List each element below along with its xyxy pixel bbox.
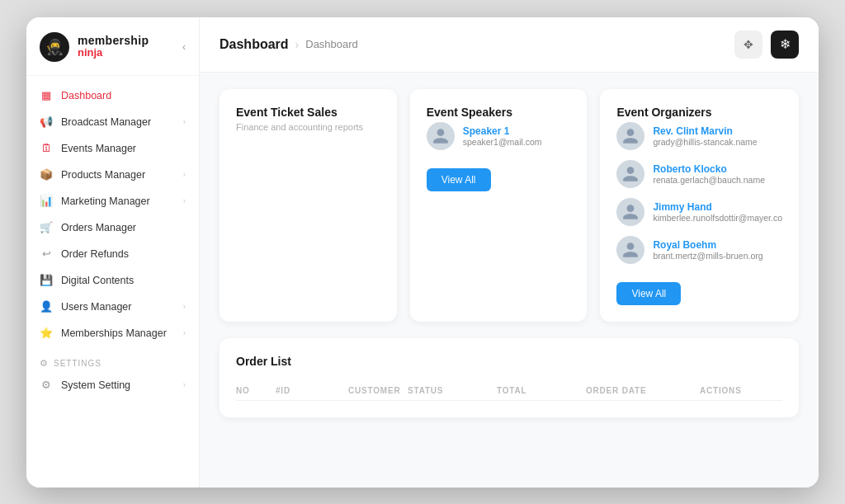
snowflake-icon-button[interactable]: ❄ xyxy=(771,31,799,59)
sidebar-item-orders[interactable]: 🛒 Orders Manager xyxy=(26,214,199,241)
organizer-name[interactable]: Rev. Clint Marvin xyxy=(653,125,757,137)
sidebar-item-dashboard[interactable]: ▦ Dashboard xyxy=(26,82,199,109)
orders-icon: 🛒 xyxy=(40,221,53,234)
organizer-email: grady@hillis-stancak.name xyxy=(653,137,757,147)
users-arrow-icon: › xyxy=(183,302,186,311)
system-arrow-icon: › xyxy=(183,380,186,389)
nav-items-container: ▦ Dashboard 📢 Broadcast Manager › 🗓 Even… xyxy=(26,82,199,346)
events-icon: 🗓 xyxy=(40,142,53,155)
marketing-arrow-icon: › xyxy=(183,196,186,205)
topbar: Dashboard › Dashboard ✥ ❄ xyxy=(200,17,819,73)
dashboard-icon: ▦ xyxy=(40,89,53,102)
products-icon: 📦 xyxy=(40,168,53,181)
products-arrow-icon: › xyxy=(183,170,186,179)
organizer-info: Royal Boehm brant.mertz@mills-bruen.org xyxy=(653,239,762,261)
organizer-info: Jimmy Hand kimberlee.runolfsdottir@mayer… xyxy=(653,201,782,223)
broadcast-icon: 📢 xyxy=(40,115,53,129)
breadcrumb-separator: › xyxy=(295,38,300,51)
speakers-title: Event Speakers xyxy=(427,106,571,119)
ticket-sales-subtitle: Finance and accounting reports xyxy=(236,122,380,132)
organizer-info: Roberto Klocko renata.gerlach@bauch.name xyxy=(653,163,765,185)
organizer-item: Roberto Klocko renata.gerlach@bauch.name xyxy=(616,160,782,188)
sidebar: 🥷 membership ninja ‹ ▦ Dashboard 📢 Broad… xyxy=(26,17,200,488)
topbar-actions: ✥ ❄ xyxy=(734,31,799,59)
move-icon-button[interactable]: ✥ xyxy=(734,31,762,59)
sidebar-label-products: Products Manager xyxy=(61,169,145,181)
sidebar-item-products[interactable]: 📦 Products Manager › xyxy=(26,162,199,188)
sidebar-label-refunds: Order Refunds xyxy=(61,248,129,260)
speakers-list: Speaker 1 speaker1@mail.com xyxy=(427,122,571,150)
order-list-title: Order List xyxy=(236,355,782,368)
organizer-avatar xyxy=(616,122,644,150)
sidebar-item-refunds[interactable]: ↩ Order Refunds xyxy=(26,241,199,267)
organizer-avatar xyxy=(616,198,644,226)
sidebar-logo: 🥷 membership ninja ‹ xyxy=(26,17,199,76)
order-column-customer: CUSTOMER xyxy=(348,386,401,395)
app-window: 🥷 membership ninja ‹ ▦ Dashboard 📢 Broad… xyxy=(26,17,819,488)
order-table-header: NO#IDCUSTOMERSTATUSTOTALORDER DATEACTION… xyxy=(236,381,782,401)
order-column-no: NO xyxy=(236,386,269,395)
organizer-name[interactable]: Jimmy Hand xyxy=(653,201,782,213)
settings-section-label: SETTINGS xyxy=(26,346,199,372)
sidebar-label-system: System Setting xyxy=(61,379,130,391)
organizer-avatar xyxy=(616,236,644,264)
system-icon: ⚙ xyxy=(40,379,53,392)
sidebar-label-users: Users Manager xyxy=(61,301,131,313)
speaker-info: Speaker 1 speaker1@mail.com xyxy=(463,125,542,147)
order-section: Order List NO#IDCUSTOMERSTATUSTOTALORDER… xyxy=(220,338,799,417)
organizer-item: Rev. Clint Marvin grady@hillis-stancak.n… xyxy=(616,122,782,150)
organizer-email: renata.gerlach@bauch.name xyxy=(653,175,765,185)
digital-icon: 💾 xyxy=(40,274,53,287)
order-column-status: STATUS xyxy=(408,386,490,395)
speaker-name[interactable]: Speaker 1 xyxy=(463,125,542,137)
organizer-item: Jimmy Hand kimberlee.runolfsdottir@mayer… xyxy=(616,198,782,226)
ticket-sales-card: Event Ticket Sales Finance and accountin… xyxy=(220,89,397,322)
sidebar-item-broadcast[interactable]: 📢 Broadcast Manager › xyxy=(26,109,199,135)
sidebar-collapse-icon[interactable]: ‹ xyxy=(182,41,186,53)
broadcast-arrow-icon: › xyxy=(183,117,186,126)
page-title: Dashboard xyxy=(220,37,289,52)
settings-items-container: ⚙ System Setting › xyxy=(26,372,199,398)
organizer-info: Rev. Clint Marvin grady@hillis-stancak.n… xyxy=(653,125,757,147)
sidebar-item-users[interactable]: 👤 Users Manager › xyxy=(26,294,199,320)
sidebar-label-marketing: Marketing Manager xyxy=(61,195,150,207)
speaker-email: speaker1@mail.com xyxy=(463,137,542,147)
sidebar-label-dashboard: Dashboard xyxy=(61,90,111,101)
organizer-email: brant.mertz@mills-bruen.org xyxy=(653,251,762,261)
organizer-name[interactable]: Roberto Klocko xyxy=(653,163,765,175)
organizer-name[interactable]: Royal Boehm xyxy=(653,239,762,251)
organizer-item: Royal Boehm brant.mertz@mills-bruen.org xyxy=(616,236,782,264)
speaker-avatar xyxy=(427,122,455,150)
sidebar-label-orders: Orders Manager xyxy=(61,222,136,233)
sidebar-label-events: Events Manager xyxy=(61,143,136,154)
breadcrumb-sub: Dashboard xyxy=(305,38,358,50)
sidebar-label-broadcast: Broadcast Manager xyxy=(61,116,151,128)
logo-top: membership xyxy=(78,35,149,47)
sidebar-item-marketing[interactable]: 📊 Marketing Manager › xyxy=(26,188,199,214)
sidebar-item-digital[interactable]: 💾 Digital Contents xyxy=(26,267,199,294)
organizers-list: Rev. Clint Marvin grady@hillis-stancak.n… xyxy=(616,122,782,264)
sidebar-item-system[interactable]: ⚙ System Setting › xyxy=(26,372,199,398)
marketing-icon: 📊 xyxy=(40,195,53,208)
speaker-item: Speaker 1 speaker1@mail.com xyxy=(427,122,571,150)
logo-icon: 🥷 xyxy=(40,32,69,62)
sidebar-item-events[interactable]: 🗓 Events Manager xyxy=(26,135,199,162)
speakers-card: Event Speakers Speaker 1 speaker1@mail.c… xyxy=(410,89,588,322)
memberships-arrow-icon: › xyxy=(183,328,186,337)
order-column-#id: #ID xyxy=(276,386,342,395)
organizers-view-all-button[interactable]: View All xyxy=(616,282,681,305)
memberships-icon: ⭐ xyxy=(40,327,53,340)
order-column-order-date: ORDER DATE xyxy=(586,386,693,395)
sidebar-item-memberships[interactable]: ⭐ Memberships Manager › xyxy=(26,320,199,346)
organizers-card: Event Organizers Rev. Clint Marvin grady… xyxy=(600,89,799,322)
organizer-email: kimberlee.runolfsdottir@mayer.co xyxy=(653,213,782,223)
dashboard-body: Event Ticket Sales Finance and accountin… xyxy=(200,73,819,488)
breadcrumb: Dashboard › Dashboard xyxy=(220,37,358,52)
sidebar-label-memberships: Memberships Manager xyxy=(61,327,167,339)
logo-bottom: ninja xyxy=(78,47,149,59)
cards-row: Event Ticket Sales Finance and accountin… xyxy=(220,89,799,322)
speakers-view-all-button[interactable]: View All xyxy=(427,168,491,191)
order-column-total: TOTAL xyxy=(497,386,579,395)
sidebar-label-digital: Digital Contents xyxy=(61,275,134,286)
organizers-title: Event Organizers xyxy=(616,106,782,119)
